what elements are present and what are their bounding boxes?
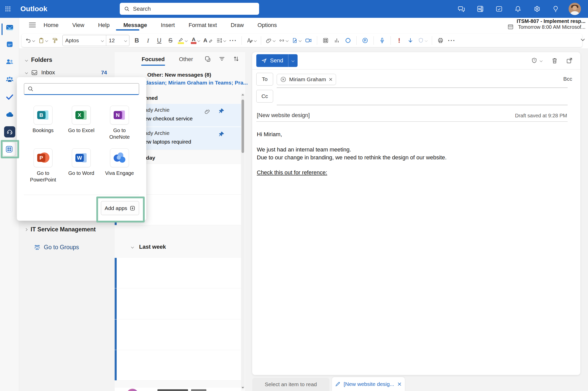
go-to-groups-link[interactable]: Go to Groups [34, 244, 79, 251]
notifications-bell-icon[interactable] [512, 3, 524, 15]
highlight-chevron-icon[interactable] [185, 39, 188, 42]
high-importance-button[interactable]: ! [395, 35, 403, 46]
font-name-dropdown[interactable]: Aptos [63, 35, 106, 46]
strikethrough-button[interactable]: S [167, 35, 174, 46]
format-painter-button[interactable] [51, 35, 59, 46]
send-split-button[interactable]: Send [256, 54, 298, 67]
paste-menu-chevron-icon[interactable] [45, 39, 48, 42]
highlight-color-button[interactable] [178, 35, 187, 46]
send-button[interactable]: Send [256, 54, 288, 67]
body-line[interactable]: We just had an internal team meeting. [257, 146, 351, 153]
rail-mail-icon[interactable] [4, 21, 16, 34]
tab-view[interactable]: View [71, 22, 86, 29]
copilot-button[interactable] [361, 35, 369, 46]
message-row[interactable] [115, 319, 241, 350]
recipient-chip[interactable]: Miriam Graham [277, 74, 336, 85]
teams-chat-icon[interactable] [456, 3, 467, 15]
insert-link-button[interactable] [279, 35, 288, 46]
paste-button[interactable] [38, 35, 48, 46]
onenote-feed-icon[interactable]: N [474, 3, 486, 15]
body-line[interactable]: Hi Miriam, [257, 131, 282, 138]
bold-button[interactable]: B [133, 35, 141, 46]
discard-draft-button[interactable] [551, 57, 558, 64]
low-importance-button[interactable] [407, 35, 414, 46]
styles-chevron-icon[interactable] [254, 39, 257, 42]
cc-button[interactable]: Cc [256, 90, 273, 103]
pin-icon[interactable] [218, 108, 225, 115]
folder-group-itsm[interactable]: IT Service Management [25, 226, 96, 233]
app-tile-powerpoint[interactable]: P Go to PowerPoint [26, 148, 60, 183]
rail-people-icon[interactable] [4, 56, 16, 68]
app-launcher-icon[interactable] [2, 3, 14, 15]
draft-tab[interactable]: [New website desig... [332, 377, 405, 391]
more-format-options-button[interactable]: ··· [229, 35, 237, 46]
rail-onedrive-icon[interactable] [4, 108, 16, 121]
encrypt-chevron-icon[interactable] [540, 59, 542, 62]
tips-lightbulb-icon[interactable] [550, 3, 562, 15]
bcc-toggle[interactable]: Bcc [563, 76, 572, 82]
banner-senders[interactable]: Atlassian; Miriam Graham in Teams; Pra..… [141, 80, 248, 86]
open-in-new-window-button[interactable] [566, 57, 573, 64]
tab-options[interactable]: Options [256, 22, 278, 29]
folders-collapse-chevron-icon[interactable] [25, 59, 28, 61]
remove-recipient-icon[interactable] [329, 77, 333, 81]
settings-gear-icon[interactable] [531, 3, 543, 15]
loop-component-button[interactable] [344, 35, 352, 46]
tab-other[interactable]: Other [179, 56, 193, 63]
calendar-reminder[interactable]: ITSM-807 - Implement resp... Tomorrow 8:… [501, 18, 585, 30]
underline-button[interactable]: U [155, 35, 163, 46]
apps-in-toolbar-button[interactable] [322, 35, 329, 46]
attach-file-button[interactable] [266, 35, 275, 46]
tab-draw[interactable]: Draw [229, 22, 245, 29]
font-color-button[interactable]: A [191, 35, 200, 46]
apps-search-input[interactable] [24, 83, 139, 95]
undo-button[interactable] [25, 35, 35, 46]
body-line-underlined[interactable]: Check this out for reference: [257, 169, 327, 176]
todo-day-icon[interactable] [493, 3, 505, 15]
rail-groups-icon[interactable] [4, 73, 16, 86]
styles-button[interactable] [246, 35, 256, 46]
message-row[interactable] [115, 258, 241, 288]
font-color-chevron-icon[interactable] [197, 39, 200, 42]
message-row-partial[interactable] [115, 388, 241, 391]
print-button[interactable] [437, 35, 444, 46]
close-draft-tab-icon[interactable] [397, 382, 402, 386]
italic-button[interactable]: I [144, 35, 152, 46]
tab-help[interactable]: Help [97, 22, 111, 29]
filter-icon[interactable] [219, 55, 225, 62]
app-tile-onenote[interactable]: N Go to OneNote [103, 106, 136, 140]
message-row[interactable] [115, 350, 241, 381]
inbox-expand-chevron-icon[interactable] [25, 71, 28, 74]
video-clip-button[interactable] [305, 35, 312, 46]
signature-button[interactable] [292, 35, 301, 46]
account-avatar[interactable] [569, 3, 581, 15]
dictate-mic-button[interactable] [378, 35, 386, 46]
pin-icon[interactable] [218, 131, 225, 138]
select-messages-icon[interactable] [204, 55, 211, 62]
body-line[interactable]: Due to our change in branding, we need t… [257, 154, 447, 161]
folders-header[interactable]: Folders [25, 57, 52, 63]
app-tile-viva-engage[interactable]: Viva Engage [103, 148, 136, 176]
app-tile-word[interactable]: W Go to Word [65, 148, 98, 176]
font-size-dropdown[interactable]: 12 [106, 35, 129, 46]
rail-todo-icon[interactable] [4, 91, 16, 103]
line-spacing-button[interactable] [216, 35, 226, 46]
section-last-week[interactable]: Last week [139, 244, 166, 250]
line-spacing-chevron-icon[interactable] [223, 39, 226, 42]
send-options-chevron[interactable] [288, 54, 298, 67]
ribbon-hamburger-icon[interactable] [29, 22, 36, 28]
poll-button[interactable] [333, 35, 341, 46]
attach-chevron-icon[interactable] [273, 39, 275, 42]
message-list-scrollbar[interactable] [241, 93, 245, 389]
tab-home[interactable]: Home [42, 22, 60, 29]
folder-inbox[interactable]: Inbox 74 [25, 69, 107, 76]
rail-calendar-icon[interactable] [4, 38, 16, 50]
clear-formatting-button[interactable]: A [203, 35, 213, 46]
tab-format-text[interactable]: Format text [187, 22, 218, 29]
message-row[interactable] [115, 288, 241, 319]
itsm-expand-chevron-icon[interactable] [24, 228, 27, 231]
reading-pane-placeholder-tab[interactable]: Select an item to read [252, 378, 329, 391]
search-input[interactable]: Search [120, 3, 259, 15]
sort-icon[interactable] [233, 55, 239, 62]
scrollbar-thumb[interactable] [242, 100, 244, 153]
